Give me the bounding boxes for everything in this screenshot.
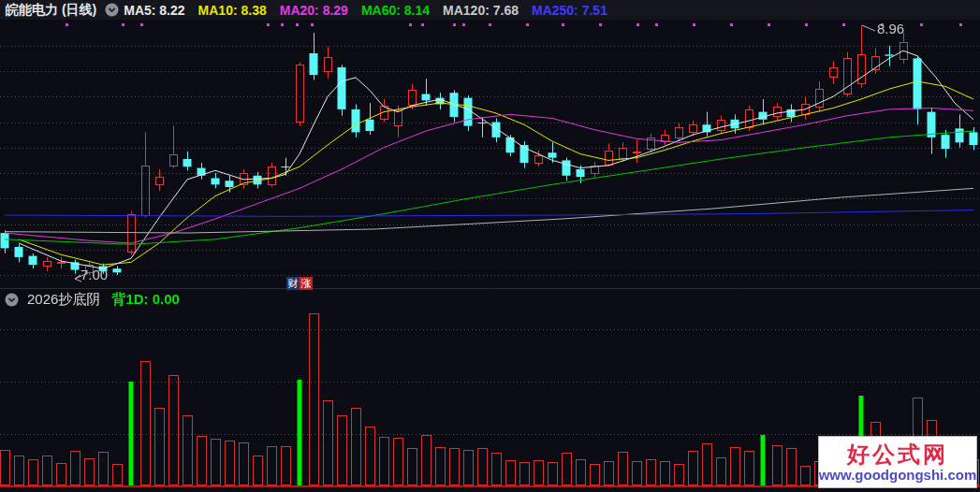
watermark-site-url: www.goodgongshi.com [819, 467, 977, 483]
ma-legend-4: MA120: 7.68 [443, 3, 519, 18]
ma-legend-1: MA10: 8.38 [198, 3, 267, 18]
ma-legend-0: MA5: 8.22 [124, 3, 184, 18]
ma-legend-2: MA20: 8.29 [280, 3, 348, 18]
trading-app-window: 皖能电力 (日线) MA5: 8.22 MA10: 8.38 MA20: 8.2… [0, 0, 980, 492]
high-price-annotation: 8.96 [877, 21, 904, 36]
stock-title: 皖能电力 (日线) [0, 2, 100, 19]
badge-zhang: 涨 [300, 277, 313, 290]
sub-collapse-chevron-icon[interactable] [5, 293, 19, 307]
watermark: 好公式网 www.goodgongshi.com [818, 436, 977, 488]
badge-cai: 财 [286, 277, 300, 290]
collapse-chevron-icon[interactable] [105, 3, 119, 17]
low-price-annotation: 7.00 [80, 267, 108, 282]
ma-legend-3: MA60: 8.14 [361, 3, 430, 18]
caizhang-signal-badge: 财 涨 [286, 277, 313, 290]
chart-canvas[interactable] [0, 0, 980, 492]
main-chart-header: 皖能电力 (日线) MA5: 8.22 MA10: 8.38 MA20: 8.2… [0, 0, 980, 20]
indicator-title: 2026抄底阴 [27, 291, 100, 309]
ma-legend-5: MA250: 7.51 [532, 3, 607, 18]
watermark-site-name: 好公式网 [847, 442, 948, 467]
sub-panel-header: 2026抄底阴 背1D: 0.00 [0, 290, 980, 310]
indicator-signal-value: 背1D: 0.00 [111, 291, 180, 309]
